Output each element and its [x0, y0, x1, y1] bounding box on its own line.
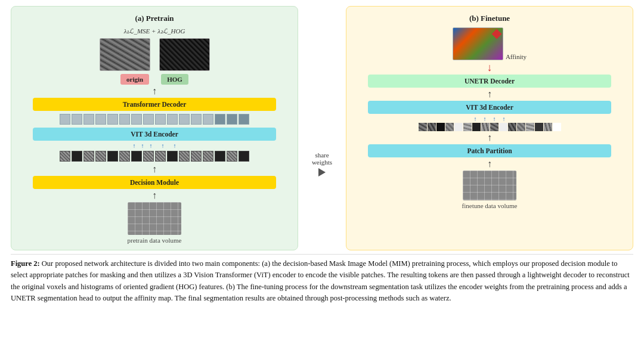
main-container: (a) Pretrain λ₁ℒ_MSE + λ₂ℒ_HOG origin HO… — [0, 0, 644, 347]
origin-badge: origin — [120, 74, 149, 85]
decision-module-row: Decision Module — [16, 176, 293, 189]
ft-patch-11 — [508, 123, 516, 131]
origin-hog-row: origin HOG — [120, 74, 188, 85]
share-label: share weights — [312, 151, 332, 166]
token-1 — [60, 114, 70, 125]
patch-img-2 — [83, 151, 94, 162]
unetr-decoder-row: UNETR Decoder — [351, 75, 628, 88]
vit-encoder-finetune-box: VIT 3d Encoder — [368, 101, 611, 114]
patch-img-9 — [203, 151, 213, 162]
patch-img-6 — [155, 151, 166, 162]
token-10 — [167, 114, 178, 125]
patch-dark-6 — [239, 151, 249, 162]
ft-patch-12 — [517, 123, 525, 131]
patch-partition-box: Patch Partition — [368, 144, 611, 157]
pretrain-texture-image — [100, 38, 150, 71]
patch-dark-3 — [131, 151, 142, 162]
ft-patch-8 — [481, 123, 490, 131]
ft-patch-5 — [454, 123, 463, 131]
ft-patch-2 — [428, 123, 436, 131]
finetune-arrows-row: ↑ ↑ ↑ ↑ — [474, 116, 506, 122]
token-11 — [179, 114, 190, 125]
ft-patch-15 — [544, 123, 552, 131]
pretrain-data-volume — [128, 202, 181, 235]
share-arrow — [318, 168, 326, 176]
arrow-unetr-vit: ↑ — [351, 89, 628, 99]
finetune-inner: (b) Finetune Affinity ↓ UNETR Decoder — [351, 11, 628, 245]
patch-dark-4 — [167, 151, 178, 162]
arrow-up-transformer: ↑ — [16, 86, 293, 96]
finetune-panel: (b) Finetune Affinity ↓ UNETR Decoder — [346, 6, 633, 250]
patch-img-4 — [119, 151, 130, 162]
affinity-row: Affinity — [453, 27, 527, 60]
arrow-decision: ↑ — [16, 165, 293, 174]
token-6 — [119, 114, 130, 125]
vit-encoder-row: VIT 3d Encoder — [16, 128, 293, 141]
arrow-patch-partition: ↑ — [351, 133, 628, 142]
arrows-row: ↑ ↑ ↑ ↑ ↑ — [133, 142, 177, 149]
pretrain-inner: (a) Pretrain λ₁ℒ_MSE + λ₂ℒ_HOG origin HO… — [16, 11, 293, 245]
arrow-vol-finetune: ↑ — [351, 159, 628, 169]
red-marker — [491, 29, 501, 39]
ft-patch-16 — [553, 123, 561, 131]
ft-patch-7 — [472, 123, 481, 131]
vit-encoder-box: VIT 3d Encoder — [33, 128, 276, 141]
token-7 — [131, 114, 142, 125]
token-5 — [107, 114, 118, 125]
token-12 — [191, 114, 202, 125]
ft-patch-13 — [526, 123, 534, 131]
pretrain-panel: (a) Pretrain λ₁ℒ_MSE + λ₂ℒ_HOG origin HO… — [11, 6, 298, 250]
patch-dark-2 — [107, 151, 118, 162]
affinity-label: Affinity — [506, 53, 527, 60]
patch-partition-row: Patch Partition — [351, 144, 628, 157]
diagrams-row: (a) Pretrain λ₁ℒ_MSE + λ₂ℒ_HOG origin HO… — [11, 6, 633, 250]
pretrain-formula: λ₁ℒ_MSE + λ₂ℒ_HOG — [124, 27, 185, 35]
ft-patch-3 — [436, 123, 445, 131]
patch-img-5 — [143, 151, 154, 162]
patch-dark-1 — [72, 151, 82, 162]
red-down-arrow-icon: ↓ — [487, 62, 493, 73]
token-3 — [83, 114, 94, 125]
patch-img-1 — [60, 151, 70, 162]
pretrain-tokens-row — [60, 114, 249, 125]
transformer-decoder-box: Transformer Decoder — [33, 98, 276, 111]
finetune-patches-row — [419, 123, 561, 131]
token-16 — [239, 114, 249, 125]
share-weights-section: share weights — [304, 6, 340, 250]
ft-patch-9 — [490, 123, 499, 131]
ft-patch-4 — [445, 123, 454, 131]
affinity-image — [453, 27, 503, 60]
pretrain-title: (a) Pretrain — [135, 14, 174, 23]
arrow-vol-pretrain: ↑ — [16, 191, 293, 200]
patch-img-3 — [95, 151, 106, 162]
figure-caption-bold: Figure 2: — [11, 259, 40, 268]
finetune-data-volume — [463, 171, 516, 200]
ft-patch-10 — [499, 123, 507, 131]
decision-module-box: Decision Module — [33, 176, 276, 189]
arrow-right-icon — [318, 168, 326, 176]
finetune-title: (b) Finetune — [469, 14, 510, 23]
pretrain-dark-image — [159, 38, 210, 71]
mixed-patches-row — [60, 151, 249, 162]
token-13 — [203, 114, 213, 125]
patch-img-8 — [191, 151, 202, 162]
vit-encoder-finetune-row: VIT 3d Encoder — [351, 101, 628, 114]
token-14 — [215, 114, 225, 125]
finetune-patches-section: ↑ ↑ ↑ ↑ — [351, 116, 628, 131]
figure-caption-text: Our proposed network architecture is div… — [11, 259, 630, 302]
patch-dark-5 — [215, 151, 225, 162]
token-4 — [95, 114, 106, 125]
unetr-decoder-box: UNETR Decoder — [368, 75, 611, 88]
patch-img-10 — [227, 151, 237, 162]
arrow-affinity-down: ↓ — [351, 62, 628, 73]
token-2 — [72, 114, 82, 125]
token-15 — [227, 114, 237, 125]
figure-caption: Figure 2: Our proposed network architect… — [11, 254, 633, 305]
ft-patch-1 — [419, 123, 427, 131]
patches-section: ↑ ↑ ↑ ↑ ↑ — [16, 142, 293, 163]
ft-patch-14 — [535, 123, 543, 131]
token-8 — [143, 114, 154, 125]
patch-img-7 — [179, 151, 190, 162]
transformer-decoder-row: Transformer Decoder — [16, 98, 293, 111]
ft-patch-6 — [463, 123, 472, 131]
